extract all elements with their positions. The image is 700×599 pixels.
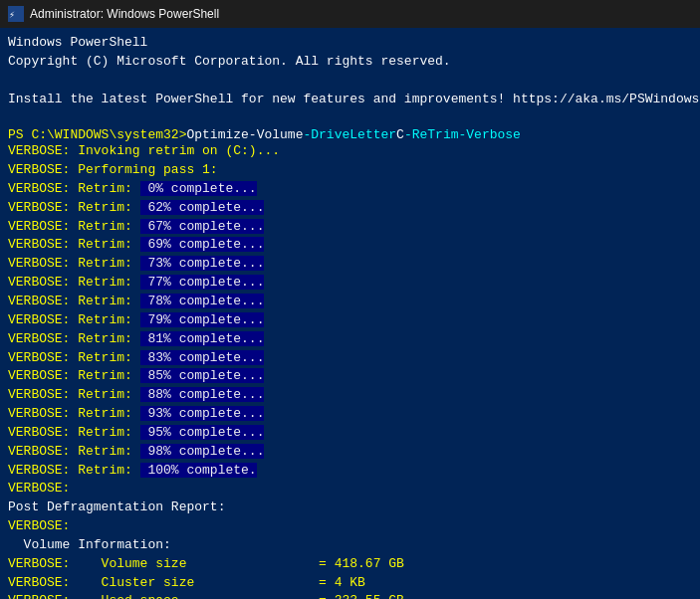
verbose-retrim-79: VERBOSE: Retrim: 79% complete... [8,311,692,330]
title-bar-text: Administrator: Windows PowerShell [30,7,219,21]
svg-text:⚡: ⚡ [9,9,15,20]
powershell-icon: ⚡ [8,6,24,22]
verbose-retrim-95: VERBOSE: Retrim: 95% complete... [8,424,692,443]
verbose-retrim-69: VERBOSE: Retrim: 69% complete... [8,236,692,255]
command-line: PS C:\WINDOWS\system32> Optimize-Volume … [8,127,692,142]
verbose-retrim-100: VERBOSE: Retrim: 100% complete. [8,462,692,481]
verbose-retrim-0: VERBOSE: Retrim: 0% complete... [8,180,692,199]
cmd-param3: -Verbose [459,127,521,142]
post-defrag-report: Post Defragmentation Report: [8,499,692,517]
verbose-used-space: VERBOSE: Used space = 333.55 GB [8,592,692,599]
verbose-retrim-85: VERBOSE: Retrim: 85% complete... [8,367,692,386]
verbose-retrim-77: VERBOSE: Retrim: 77% complete... [8,274,692,293]
header-line-2: Copyright (C) Microsoft Corporation. All… [8,53,692,72]
header-line-3: Install the latest PowerShell for new fe… [8,91,692,109]
verbose-retrim-93: VERBOSE: Retrim: 93% complete... [8,405,692,424]
verbose-retrim-78: VERBOSE: Retrim: 78% complete... [8,293,692,311]
verbose-retrim-81: VERBOSE: Retrim: 81% complete... [8,330,692,349]
title-bar: ⚡ Administrator: Windows PowerShell [0,0,700,28]
verbose-retrim-67: VERBOSE: Retrim: 67% complete... [8,218,692,237]
verbose-retrim-83: VERBOSE: Retrim: 83% complete... [8,349,692,368]
cmd-param1: -DriveLetter [303,127,396,142]
verbose-retrim-73: VERBOSE: Retrim: 73% complete... [8,255,692,274]
verbose-line-invoking: VERBOSE: Invoking retrim on (C:)... [8,142,692,161]
header-line-1: Windows PowerShell [8,34,692,53]
header-spacer-1 [8,72,692,91]
cmd-main: Optimize-Volume [186,127,303,142]
header-spacer-2 [8,108,692,127]
verbose-line-performing: VERBOSE: Performing pass 1: [8,161,692,180]
terminal-window[interactable]: Windows PowerShell Copyright (C) Microso… [0,28,700,599]
verbose-retrim-62: VERBOSE: Retrim: 62% complete... [8,199,692,218]
verbose-retrim-88: VERBOSE: Retrim: 88% complete... [8,386,692,405]
verbose-cluster-size: VERBOSE: Cluster size = 4 KB [8,574,692,593]
verbose-blank-2: VERBOSE: [8,517,692,536]
verbose-retrim-98: VERBOSE: Retrim: 98% complete... [8,443,692,462]
cmd-value1: C [396,127,404,142]
volume-information-label: Volume Information: [8,536,692,555]
verbose-volume-size: VERBOSE: Volume size = 418.67 GB [8,555,692,574]
cmd-param2: -ReTrim [404,127,459,142]
verbose-blank-1: VERBOSE: [8,480,692,499]
cmd-prefix: PS C:\WINDOWS\system32> [8,127,186,142]
